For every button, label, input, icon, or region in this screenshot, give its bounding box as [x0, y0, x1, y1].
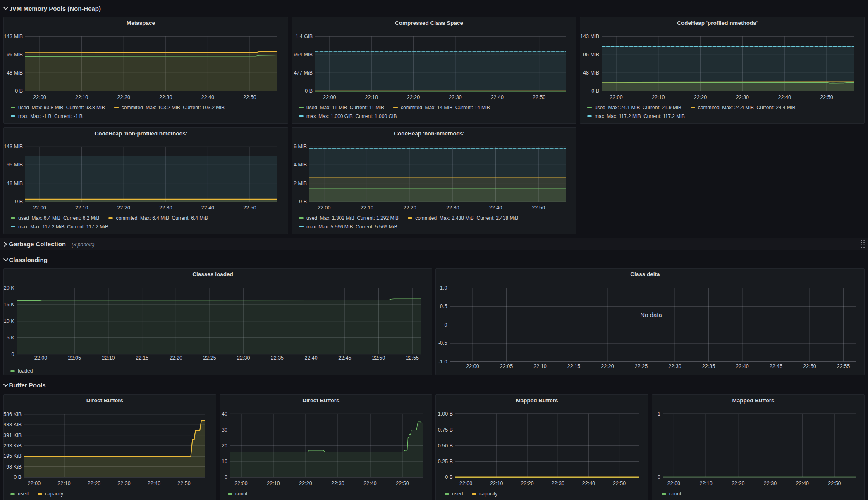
svg-text:488 KiB: 488 KiB [3, 422, 22, 428]
svg-text:0 B: 0 B [299, 199, 307, 204]
svg-text:22:10: 22:10 [267, 481, 280, 486]
svg-text:0: 0 [12, 351, 14, 357]
svg-text:0.25 B: 0.25 B [438, 459, 453, 464]
svg-text:143 MiB: 143 MiB [4, 144, 23, 149]
svg-text:15 K: 15 K [4, 302, 14, 308]
svg-text:22:20: 22:20 [117, 205, 130, 211]
svg-text:22:30: 22:30 [446, 205, 459, 211]
svg-text:0.50 B: 0.50 B [438, 443, 453, 449]
svg-text:586 KiB: 586 KiB [3, 411, 22, 417]
svg-text:22:30: 22:30 [449, 94, 461, 100]
svg-text:5 K: 5 K [7, 335, 14, 341]
svg-text:22:10: 22:10 [699, 481, 712, 486]
svg-text:-0.5: -0.5 [438, 340, 447, 346]
svg-text:22:00: 22:00 [234, 481, 247, 486]
svg-text:0 B: 0 B [445, 474, 453, 480]
svg-text:22:40: 22:40 [491, 94, 504, 100]
svg-text:22:40: 22:40 [778, 94, 791, 100]
svg-text:0 B: 0 B [305, 88, 313, 94]
svg-text:22:10: 22:10 [533, 363, 546, 369]
svg-text:0.5: 0.5 [440, 303, 447, 309]
svg-text:22:00: 22:00 [667, 481, 680, 486]
svg-text:2 MiB: 2 MiB [294, 180, 307, 186]
svg-text:22:50: 22:50 [532, 205, 545, 211]
svg-text:22:20: 22:20 [170, 355, 182, 361]
svg-text:22:50: 22:50 [243, 205, 256, 211]
svg-text:22:05: 22:05 [68, 355, 81, 361]
svg-text:48 MiB: 48 MiB [7, 70, 23, 76]
svg-text:22:10: 22:10 [490, 481, 503, 486]
svg-text:22:25: 22:25 [203, 355, 216, 361]
svg-text:22:20: 22:20 [601, 363, 614, 369]
svg-text:391 KiB: 391 KiB [3, 433, 22, 438]
svg-text:22:30: 22:30 [736, 94, 749, 100]
svg-text:98 KiB: 98 KiB [6, 464, 22, 470]
svg-text:0 B: 0 B [15, 88, 23, 94]
svg-text:4 MiB: 4 MiB [294, 162, 307, 168]
svg-text:22:40: 22:40 [148, 481, 160, 486]
svg-text:22:00: 22:00 [318, 205, 330, 211]
svg-text:22:40: 22:40 [201, 94, 214, 100]
svg-text:0 B: 0 B [15, 199, 23, 204]
svg-text:1.4 GiB: 1.4 GiB [295, 34, 313, 39]
svg-text:22:50: 22:50 [803, 363, 816, 369]
svg-text:22:00: 22:00 [34, 355, 47, 361]
svg-text:22:20: 22:20 [403, 205, 416, 211]
svg-text:0.75 B: 0.75 B [438, 427, 453, 433]
svg-text:22:30: 22:30 [668, 363, 681, 369]
svg-text:22:30: 22:30 [552, 481, 564, 486]
svg-text:10: 10 [222, 459, 227, 464]
svg-text:1.00 B: 1.00 B [438, 411, 453, 417]
svg-text:6 MiB: 6 MiB [294, 144, 307, 149]
svg-text:30: 30 [222, 427, 227, 433]
svg-text:22:00: 22:00 [28, 481, 41, 486]
svg-text:22:10: 22:10 [75, 205, 88, 211]
svg-text:-1.0: -1.0 [438, 359, 447, 365]
svg-text:40: 40 [222, 411, 227, 417]
svg-text:10 K: 10 K [4, 318, 14, 324]
svg-text:22:35: 22:35 [702, 363, 715, 369]
svg-text:22:50: 22:50 [828, 481, 841, 486]
svg-text:22:10: 22:10 [102, 355, 115, 361]
svg-text:0: 0 [445, 322, 447, 328]
svg-text:22:10: 22:10 [365, 94, 378, 100]
svg-text:22:00: 22:00 [466, 363, 479, 369]
svg-text:22:10: 22:10 [75, 94, 88, 100]
svg-text:22:55: 22:55 [406, 355, 419, 361]
svg-text:22:45: 22:45 [338, 355, 351, 361]
svg-text:22:50: 22:50 [613, 481, 626, 486]
svg-text:22:40: 22:40 [201, 205, 214, 211]
svg-text:95 MiB: 95 MiB [583, 52, 599, 58]
svg-text:95 MiB: 95 MiB [7, 52, 23, 58]
svg-text:20: 20 [222, 443, 227, 449]
svg-text:22:25: 22:25 [635, 363, 648, 369]
svg-text:22:40: 22:40 [304, 355, 317, 361]
svg-text:1.0: 1.0 [440, 285, 447, 291]
svg-text:22:50: 22:50 [243, 94, 256, 100]
svg-text:22:40: 22:40 [796, 481, 809, 486]
svg-text:22:50: 22:50 [820, 94, 833, 100]
svg-text:22:00: 22:00 [459, 481, 472, 486]
svg-text:22:30: 22:30 [117, 481, 130, 486]
svg-text:22:40: 22:40 [582, 481, 595, 486]
svg-text:22:30: 22:30 [237, 355, 250, 361]
svg-text:22:20: 22:20 [299, 481, 312, 486]
svg-text:477 MiB: 477 MiB [294, 70, 313, 76]
svg-text:0: 0 [658, 474, 660, 480]
svg-text:22:50: 22:50 [533, 94, 545, 100]
svg-text:1: 1 [658, 411, 660, 417]
svg-text:22:15: 22:15 [567, 363, 580, 369]
svg-text:22:40: 22:40 [363, 481, 376, 486]
svg-text:293 KiB: 293 KiB [3, 443, 22, 449]
svg-text:95 MiB: 95 MiB [7, 162, 23, 168]
svg-text:22:40: 22:40 [736, 363, 748, 369]
svg-text:22:00: 22:00 [323, 94, 336, 100]
svg-text:22:10: 22:10 [652, 94, 665, 100]
svg-text:No data: No data [640, 311, 662, 318]
svg-text:22:55: 22:55 [837, 363, 850, 369]
svg-text:22:15: 22:15 [136, 355, 148, 361]
svg-text:22:35: 22:35 [271, 355, 284, 361]
svg-text:22:00: 22:00 [33, 205, 46, 211]
svg-text:22:20: 22:20 [732, 481, 744, 486]
svg-text:22:30: 22:30 [764, 481, 777, 486]
